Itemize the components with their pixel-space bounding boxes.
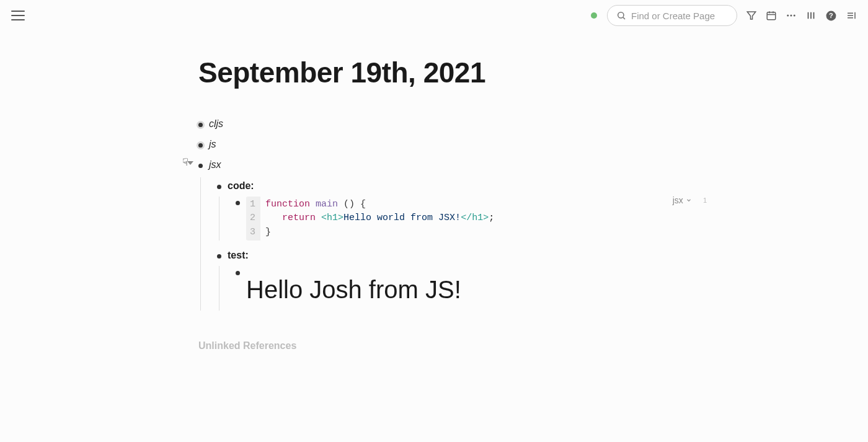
search-icon — [616, 11, 626, 20]
block-code-label[interactable]: code: — [217, 177, 682, 194]
menu-icon[interactable] — [11, 11, 25, 20]
block-js[interactable]: js — [198, 136, 682, 152]
lang-dropdown[interactable]: jsx — [673, 195, 692, 205]
label-code: code: — [228, 177, 254, 194]
search-input[interactable] — [631, 11, 728, 21]
toolbar: ? — [746, 10, 857, 22]
lang-label: jsx — [673, 195, 683, 205]
jsx-children: code: 1 2 3 function — [200, 177, 682, 311]
bullet-icon[interactable] — [236, 271, 240, 275]
bullet-icon[interactable] — [198, 164, 203, 168]
bullet-icon[interactable] — [198, 123, 203, 127]
sync-status-dot[interactable] — [591, 12, 597, 19]
code-children: 1 2 3 function main () { — [219, 197, 682, 241]
chevron-down-icon — [686, 197, 692, 203]
code-lang-selector: jsx 1 — [673, 195, 707, 205]
bullet-icon[interactable] — [217, 185, 221, 189]
line-gutter: 1 2 3 — [246, 197, 260, 241]
calendar-icon[interactable] — [766, 10, 777, 21]
block-jsx[interactable]: jsx — [198, 156, 682, 173]
help-icon[interactable]: ? — [825, 10, 837, 22]
sidebar-toggle-icon[interactable] — [805, 10, 817, 21]
svg-point-9 — [794, 15, 795, 17]
code-line[interactable]: function main () { — [265, 198, 494, 212]
page-content: September 19th, 2021 cljs js jsx code: — [0, 31, 682, 351]
bullet-icon[interactable] — [236, 201, 240, 205]
line-number: 2 — [250, 211, 255, 226]
svg-point-7 — [787, 15, 789, 17]
svg-marker-2 — [747, 12, 756, 19]
code-badge: 1 — [703, 197, 707, 204]
unlinked-references[interactable]: Unlinked References — [198, 340, 682, 351]
svg-rect-3 — [767, 12, 776, 20]
bullet-icon[interactable] — [217, 254, 221, 259]
bullet-icon[interactable] — [198, 143, 203, 148]
block-cljs[interactable]: cljs — [198, 115, 682, 132]
tag-cljs[interactable]: cljs — [209, 115, 223, 132]
svg-point-8 — [790, 15, 792, 17]
filter-icon[interactable] — [746, 10, 757, 21]
code-lines[interactable]: function main () { return <h1>Hello worl… — [260, 197, 499, 241]
page-title[interactable]: September 19th, 2021 — [198, 56, 682, 89]
caret-down-icon[interactable] — [187, 161, 193, 165]
tag-js[interactable]: js — [209, 136, 216, 152]
code-block[interactable]: 1 2 3 function main () { — [236, 197, 707, 241]
code-line[interactable]: } — [265, 226, 494, 240]
topbar: ? — [0, 0, 868, 31]
svg-line-1 — [623, 17, 625, 19]
svg-text:?: ? — [829, 12, 833, 19]
block-result[interactable]: Hello Josh from JS! — [236, 266, 682, 311]
more-icon[interactable] — [786, 10, 797, 21]
label-test: test: — [228, 247, 249, 263]
line-number: 3 — [250, 226, 255, 240]
svg-point-0 — [618, 12, 624, 18]
right-sidebar-icon[interactable] — [846, 10, 857, 21]
search-box[interactable] — [607, 5, 737, 26]
result-heading: Hello Josh from JS! — [246, 268, 682, 311]
code-editor[interactable]: 1 2 3 function main () { — [246, 197, 707, 241]
test-children: Hello Josh from JS! — [219, 266, 682, 311]
block-test-label[interactable]: test: — [217, 247, 682, 263]
line-number: 1 — [250, 198, 255, 212]
tag-jsx[interactable]: jsx — [209, 156, 221, 173]
code-line[interactable]: return <h1>Hello world from JSX!</h1>; — [265, 211, 494, 226]
